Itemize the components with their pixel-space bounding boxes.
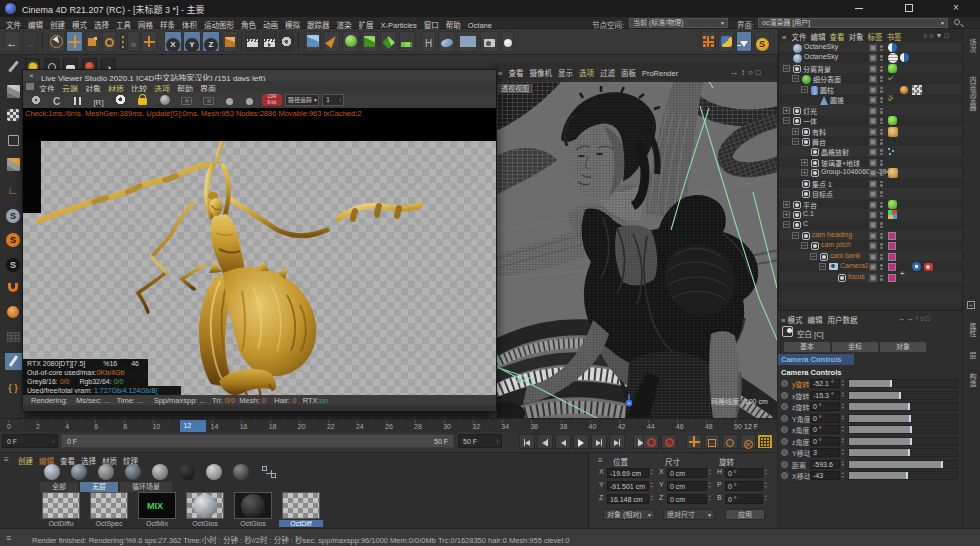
svg-text:网格线度 : 100 cm: 网格线度 : 100 cm	[711, 397, 768, 406]
